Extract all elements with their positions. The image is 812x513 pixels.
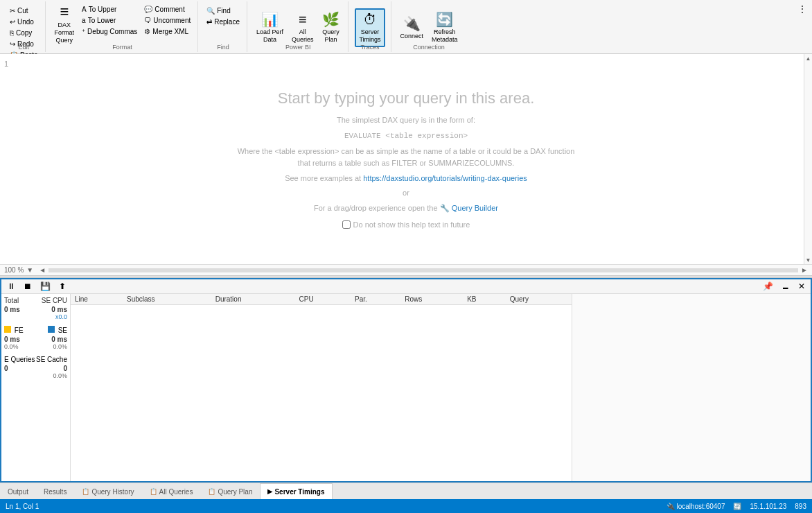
tab-query-plan[interactable]: 📋 Query Plan bbox=[200, 483, 260, 500]
debug-commas-label: Debug Commas bbox=[87, 28, 137, 35]
help-description: Where the <table expression> can be as s… bbox=[233, 146, 579, 170]
cut-button[interactable]: ✂ Cut bbox=[7, 6, 41, 16]
server-timings-button[interactable]: ⏱ ServerTimings bbox=[355, 8, 385, 47]
help-link[interactable]: https://daxstudio.org/tutorials/writing-… bbox=[363, 174, 527, 182]
undo-label: Undo bbox=[17, 18, 34, 26]
zoom-dropdown-icon[interactable]: ▼ bbox=[26, 266, 33, 274]
toolbar-group-traces: ⏱ ServerTimings Traces bbox=[350, 1, 391, 52]
collapse-toolbar-button[interactable]: ⋮ bbox=[795, 3, 809, 15]
status-bar: Ln 1, Col 1 🔌 localhost:60407 🔄 15.1.101… bbox=[0, 499, 812, 513]
refresh-metadata-button[interactable]: 🔄 RefreshMetadata bbox=[428, 8, 461, 47]
scroll-down-arrow[interactable]: ▼ bbox=[804, 256, 813, 264]
horizontal-scroll-left[interactable]: ◄ bbox=[39, 266, 46, 274]
copy-label: Copy bbox=[16, 29, 32, 37]
minimize-button[interactable]: 🗕 bbox=[779, 280, 793, 293]
to-upper-button[interactable]: A To Upper bbox=[79, 4, 140, 15]
scroll-up-arrow[interactable]: ▲ bbox=[804, 54, 813, 62]
fe-value: 0 ms bbox=[4, 336, 20, 343]
cursor-position: Ln 1, Col 1 bbox=[6, 503, 39, 510]
to-upper-icon: A bbox=[82, 6, 87, 13]
total-label: Total bbox=[4, 297, 19, 304]
to-lower-label: To Lower bbox=[88, 17, 116, 24]
query-plan-tab-icon: 📋 bbox=[208, 488, 215, 495]
pause-button[interactable]: ⏸ bbox=[4, 280, 18, 293]
comment-label: Comment bbox=[155, 6, 184, 13]
all-queries-button[interactable]: ≡ AllQueries bbox=[288, 8, 317, 47]
stop-button[interactable]: ⏹ bbox=[21, 280, 35, 293]
uncomment-icon: 🗨 bbox=[144, 17, 151, 24]
connect-button[interactable]: 🔌 Connect bbox=[397, 8, 427, 47]
connection-group-label: Connection bbox=[393, 44, 466, 51]
debug-commas-button[interactable]: ⁺ Debug Commas bbox=[79, 26, 140, 37]
traces-group-label: Traces bbox=[350, 44, 391, 51]
dax-format-button[interactable]: ≡ DAXFormatQuery bbox=[51, 4, 78, 43]
query-history-icon: 📋 bbox=[82, 488, 89, 495]
server-timings-label: ServerTimings bbox=[359, 28, 380, 44]
save-button[interactable]: 💾 bbox=[37, 280, 53, 293]
cut-icon: ✂ bbox=[10, 7, 15, 15]
fe-percent: 0.0% bbox=[4, 343, 20, 350]
se-cache-value: 0 bbox=[63, 365, 67, 372]
copy-button[interactable]: ⎘ Copy bbox=[7, 28, 41, 38]
close-panel-button[interactable]: ✕ bbox=[795, 280, 808, 293]
tab-query-history-label: Query History bbox=[91, 488, 134, 496]
se-value: 0 ms bbox=[51, 336, 67, 343]
load-perf-data-button[interactable]: 📊 Load PerfData bbox=[253, 8, 287, 47]
tab-output[interactable]: Output bbox=[0, 483, 36, 500]
find-icon: 🔍 bbox=[206, 7, 215, 15]
col-duration: Duration bbox=[211, 294, 295, 305]
size-info: 893 bbox=[795, 503, 806, 510]
format-group-label: Format bbox=[47, 44, 198, 51]
powerbi-group-label: Power BI bbox=[249, 44, 348, 51]
toolbar-group-connection: 🔌 Connect 🔄 RefreshMetadata Connection bbox=[393, 1, 466, 52]
query-builder-link[interactable]: Query Builder bbox=[452, 204, 498, 212]
export-button[interactable]: ⬆ bbox=[56, 280, 69, 293]
panel-content: Total SE CPU 0 ms 0 ms x0.0 FE SE bbox=[1, 294, 811, 481]
tab-all-queries[interactable]: 📋 All Queries bbox=[142, 483, 201, 500]
scroll-track[interactable] bbox=[804, 62, 812, 256]
status-left: Ln 1, Col 1 bbox=[6, 503, 39, 510]
edit-group-label: Edit bbox=[3, 44, 45, 51]
hide-help-label: Do not show this help text in future bbox=[353, 220, 470, 229]
uncomment-button[interactable]: 🗨 Uncomment bbox=[141, 15, 193, 26]
all-queries-icon: ≡ bbox=[299, 12, 307, 28]
vertical-scrollbar[interactable]: ▲ ▼ bbox=[804, 54, 812, 264]
main-editor-area: 1 Start by typing your query in this are… bbox=[0, 54, 812, 275]
query-plan-button[interactable]: 🌿 QueryPlan bbox=[319, 8, 344, 47]
cut-label: Cut bbox=[17, 7, 28, 15]
version-info: 15.1.101.23 bbox=[750, 503, 786, 510]
toolbar-group-powerbi: 📊 Load PerfData ≡ AllQueries 🌿 QueryPlan… bbox=[249, 1, 348, 52]
zoom-level: 100 % bbox=[4, 266, 24, 274]
se-cache-label: SE Cache bbox=[36, 356, 67, 363]
horizontal-scrollbar[interactable] bbox=[48, 268, 798, 272]
to-lower-icon: a bbox=[82, 17, 86, 24]
se-label: SE bbox=[58, 327, 67, 334]
server-timings-icon: ⏱ bbox=[363, 12, 377, 28]
col-kb: KB bbox=[463, 294, 506, 305]
editor-textarea[interactable]: 1 Start by typing your query in this are… bbox=[0, 54, 812, 264]
se-cpu-value: 0 ms bbox=[51, 306, 67, 313]
tab-results[interactable]: Results bbox=[36, 483, 74, 500]
all-queries-label: AllQueries bbox=[292, 28, 314, 44]
tab-query-history[interactable]: 📋 Query History bbox=[74, 483, 141, 500]
connect-icon: 🔌 bbox=[403, 15, 421, 32]
comment-icon: 💬 bbox=[144, 6, 152, 13]
connect-label: Connect bbox=[400, 33, 424, 40]
se-cpu-multiplier: x0.0 bbox=[55, 313, 67, 320]
timing-table[interactable]: Line Subclass Duration CPU Par. Rows KB … bbox=[71, 294, 572, 481]
undo-button[interactable]: ↩ Undo bbox=[7, 17, 41, 27]
replace-button[interactable]: ⇄ Replace bbox=[204, 17, 242, 27]
find-label: Find bbox=[217, 7, 230, 15]
help-intro: The simplest DAX query is in the form of… bbox=[233, 114, 579, 127]
total-value: 0 ms bbox=[4, 306, 20, 320]
tab-server-timings[interactable]: ▶ Server Timings bbox=[260, 483, 332, 500]
to-lower-button[interactable]: a To Lower bbox=[79, 15, 140, 26]
hide-help-checkbox[interactable] bbox=[342, 220, 351, 229]
dax-format-label: DAXFormatQuery bbox=[55, 21, 75, 44]
horizontal-scroll-right[interactable]: ► bbox=[801, 266, 808, 274]
tab-query-plan-label: Query Plan bbox=[218, 488, 252, 496]
merge-xml-button[interactable]: ⚙ Merge XML bbox=[141, 26, 193, 37]
pin-button[interactable]: 📌 bbox=[760, 280, 776, 293]
find-button[interactable]: 🔍 Find bbox=[204, 6, 242, 16]
comment-button[interactable]: 💬 Comment bbox=[141, 4, 193, 15]
